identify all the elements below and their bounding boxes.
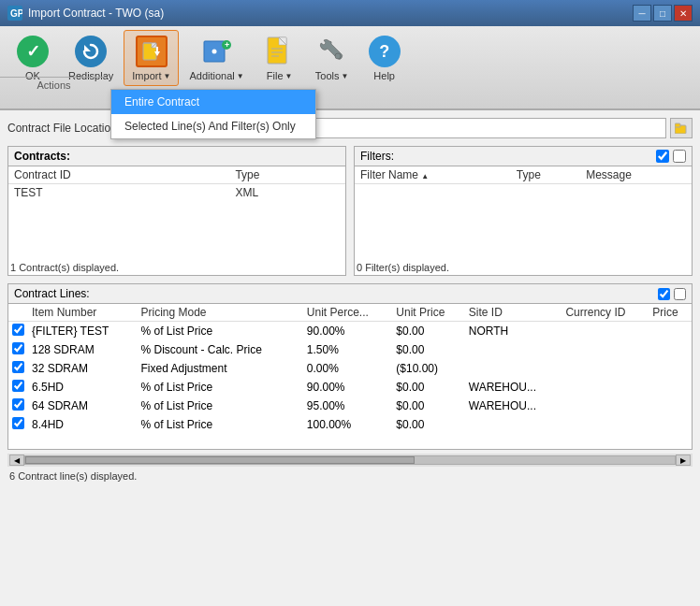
ok-icon: ✓ [16, 35, 50, 68]
contract-lines-checkbox-2[interactable] [674, 288, 686, 300]
additional-icon: + [200, 35, 234, 68]
filters-table-container[interactable]: Filter Name ▲ Type Message [355, 166, 692, 260]
filters-checkbox-2[interactable] [673, 150, 686, 163]
file-label: File ▼ [267, 70, 293, 81]
currency-id-cell [561, 359, 649, 378]
col-contract-id: Contract ID [8, 166, 229, 184]
contracts-table-container[interactable]: Contract ID Type TESTXML [8, 166, 345, 260]
col-unit-price: Unit Price [392, 304, 464, 322]
row-checkbox-cell[interactable] [8, 415, 28, 434]
col-filter-message: Message [580, 166, 692, 184]
site-id-cell [465, 340, 562, 359]
window-title: Import Contract - TWO (sa) [28, 7, 164, 20]
additional-button[interactable]: + Additional ▼ [181, 30, 252, 86]
col-item-number: Item Number [28, 304, 137, 322]
selected-lines-option[interactable]: Selected Line(s) And Filter(s) Only [111, 114, 315, 138]
scroll-right-arrow[interactable]: ▶ [676, 454, 691, 466]
row-checkbox-cell[interactable] [8, 359, 28, 378]
import-button[interactable]: Import ▼ [124, 30, 179, 86]
unit-pct-cell: 90.00% [303, 322, 393, 341]
currency-id-cell [561, 378, 649, 397]
row-checkbox-cell[interactable] [8, 397, 28, 415]
row-checkbox[interactable] [12, 380, 24, 392]
help-icon: ? [368, 35, 401, 68]
file-location-browse-button[interactable] [670, 118, 693, 138]
minimize-button[interactable]: ─ [633, 5, 651, 22]
unit-pct-cell: 95.00% [303, 397, 393, 415]
import-dropdown-menu: Entire Contract Selected Line(s) And Fil… [110, 89, 316, 139]
table-row: 8.4HD % of List Price 100.00% $0.00 [8, 415, 692, 434]
svg-point-18 [335, 53, 341, 59]
row-checkbox[interactable] [12, 417, 24, 429]
price-cell [649, 322, 692, 341]
import-label: Import ▼ [132, 70, 170, 81]
item-number-cell: 8.4HD [28, 415, 137, 434]
contracts-table: Contract ID Type TESTXML [8, 166, 345, 201]
entire-contract-option[interactable]: Entire Contract [111, 90, 315, 114]
filters-header-row: Filters: [355, 147, 692, 166]
pricing-mode-cell: % Discount - Calc. Price [137, 340, 302, 359]
pricing-mode-cell: % of List Price [137, 397, 302, 415]
import-icon [135, 35, 168, 68]
unit-price-cell: $0.00 [392, 378, 464, 397]
main-content: Contract File Location: Contracts: Contr… [0, 110, 700, 491]
scroll-left-arrow[interactable]: ◀ [9, 454, 24, 466]
svg-marker-2 [84, 45, 91, 51]
row-checkbox-cell[interactable] [8, 378, 28, 397]
table-row: 32 SDRAM Fixed Adjustment 0.00% ($10.00) [8, 359, 692, 378]
help-label: Help [373, 70, 395, 81]
price-cell [649, 340, 692, 359]
unit-price-cell: $0.00 [392, 340, 464, 359]
contract-lines-section: Contract Lines: Item Number Pricing Mode… [7, 283, 693, 450]
unit-pct-cell: 1.50% [303, 340, 393, 359]
contract-lines-table: Item Number Pricing Mode Unit Perce... U… [8, 304, 692, 434]
site-id-cell: WAREHOU... [465, 397, 562, 415]
filters-status: 0 Filter(s) displayed. [355, 260, 692, 275]
svg-text:GP: GP [10, 8, 22, 19]
item-number-cell: {FILTER} TEST [28, 322, 137, 341]
row-checkbox-cell[interactable] [8, 340, 28, 359]
contract-type-cell: XML [229, 184, 345, 202]
file-button[interactable]: File ▼ [255, 30, 305, 86]
unit-pct-cell: 0.00% [303, 359, 393, 378]
contract-lines-checkbox-1[interactable] [658, 288, 670, 300]
unit-price-cell: $0.00 [392, 322, 464, 341]
contract-lines-table-container[interactable]: Item Number Pricing Mode Unit Perce... U… [8, 304, 692, 449]
app-icon: GP [7, 6, 22, 21]
currency-id-cell [561, 340, 649, 359]
col-check [8, 304, 28, 322]
price-cell [649, 378, 692, 397]
redisplay-icon [74, 35, 108, 68]
contracts-status: 1 Contract(s) displayed. [8, 260, 345, 275]
close-button[interactable]: ✕ [674, 5, 693, 22]
help-button[interactable]: ? Help [359, 30, 410, 86]
item-number-cell: 64 SDRAM [28, 397, 137, 415]
title-bar: GP Import Contract - TWO (sa) ─ □ ✕ [0, 0, 700, 26]
contract-lines-controls [658, 288, 686, 300]
filters-checkboxes [656, 150, 686, 163]
scroll-track[interactable] [24, 455, 676, 465]
site-id-cell [465, 359, 562, 378]
tools-button[interactable]: Tools ▼ [307, 30, 357, 86]
row-checkbox[interactable] [12, 361, 24, 373]
import-arrow: ▼ [164, 72, 171, 80]
filters-checkbox-1[interactable] [656, 150, 669, 163]
contract-lines-body: {FILTER} TEST % of List Price 90.00% $0.… [8, 322, 692, 435]
col-filter-type: Type [511, 166, 580, 184]
tools-label: Tools ▼ [315, 70, 349, 81]
contracts-header: Contracts: [8, 147, 345, 166]
row-checkbox-cell[interactable] [8, 322, 28, 341]
contract-id-cell: TEST [8, 184, 229, 202]
site-id-cell [465, 415, 562, 434]
row-checkbox[interactable] [12, 342, 24, 354]
scroll-thumb[interactable] [25, 456, 415, 464]
row-checkbox[interactable] [12, 324, 24, 336]
horizontal-scrollbar[interactable]: ◀ ▶ [7, 454, 693, 467]
svg-rect-20 [675, 123, 680, 127]
maximize-button[interactable]: □ [653, 5, 672, 22]
contracts-panel: Contracts: Contract ID Type TESTXML 1 Co… [7, 146, 346, 276]
col-unit-pct: Unit Perce... [303, 304, 393, 322]
filters-header: Filters: [360, 150, 394, 163]
col-currency-id: Currency ID [561, 304, 649, 322]
row-checkbox[interactable] [12, 398, 24, 411]
